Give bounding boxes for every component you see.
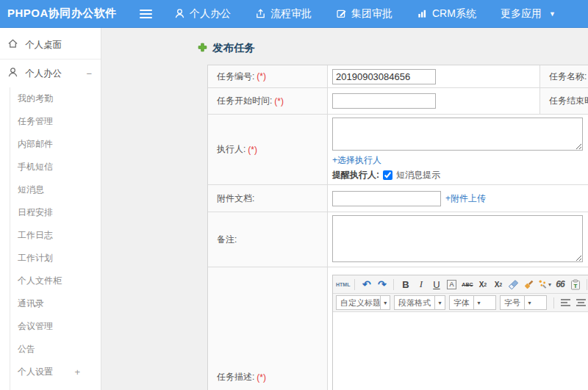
nav-label: 个人办公 [190,7,231,21]
underline-button[interactable]: U [429,277,443,292]
main-content: 发布任务 任务编号:(*) 任务名称:(*) [101,28,588,390]
description-label: 任务描述:(*) [208,267,328,390]
menu-toggle-icon[interactable] [140,10,152,18]
sidebar-item-work-log[interactable]: 工作日志 [10,224,101,247]
sidebar-item-announcement[interactable]: 公告 [10,338,101,361]
sidebar-item-contacts[interactable]: 通讯录 [10,292,101,315]
sidebar-item-meeting[interactable]: 会议管理 [10,315,101,338]
caret-down-icon: ▼ [549,10,556,18]
nav-label: 集团审批 [351,7,392,21]
html-source-button[interactable]: HTML [336,277,350,292]
executor-textarea[interactable] [332,118,583,151]
nav-label: CRM系统 [432,7,476,21]
remind-executor-label: 提醒执行人: [332,169,379,181]
executor-label: 执行人:(*) [208,115,328,184]
sidebar-item-label: 个人办公 [25,68,62,80]
auto-typeset-button[interactable]: ▾ [537,277,551,292]
paste-text-button[interactable]: T [568,277,582,292]
attachment-label: 附件文档: [208,185,328,212]
sidebar-item-attendance[interactable]: 我的考勤 [10,87,101,110]
remark-textarea[interactable] [332,215,583,262]
nav-group-approval[interactable]: 集团审批 [336,7,392,21]
superscript-button[interactable]: X2 [476,277,490,292]
sidebar-item-personal-office[interactable]: 个人办公 − [0,61,101,86]
align-center-icon [576,298,587,308]
remark-label: 备注: [208,212,328,267]
caret-down-icon: ▾ [473,296,484,309]
row-remark: 备注: [208,212,588,267]
page-title: 发布任务 [198,41,588,55]
redo-button[interactable]: ↷ [375,277,389,292]
sidebar-item-notice[interactable]: 通知 [10,383,101,390]
clipboard-icon: T [570,279,581,290]
nav-flow-approval[interactable]: 流程审批 [255,7,312,21]
align-left-button[interactable] [559,295,573,310]
sidebar-item-work-plan[interactable]: 工作计划 [10,247,101,270]
caret-down-icon: ▾ [524,296,534,309]
nav-crm-system[interactable]: CRM系统 [417,7,476,21]
sms-remind-checkbox[interactable] [383,170,392,180]
editor-toolbar-1: HTML ↶ ↷ B I U A ABC X2 [333,275,588,294]
undo-button[interactable]: ↶ [359,277,373,292]
flow-approval-icon [255,8,266,19]
sidebar-item-file-cabinet[interactable]: 个人文件柜 [10,270,101,292]
row-description: 任务描述:(*) HTML ↶ ↷ B I [208,267,588,390]
paragraph-format-dropdown[interactable]: 段落格式 ▾ [394,295,445,310]
subscript-button[interactable]: X2 [491,277,505,292]
sidebar-item-sms[interactable]: 手机短信 [10,156,101,178]
start-time-input[interactable] [332,93,436,109]
sidebar-item-schedule[interactable]: 日程安排 [10,201,101,224]
align-center-button[interactable] [574,295,588,310]
end-time-label: 任务结束时间:(*) [540,88,588,114]
editor-content-area[interactable] [333,312,588,390]
bold-button[interactable]: B [398,277,412,292]
brush-icon [523,279,534,290]
nav-personal-office[interactable]: 个人办公 [174,7,231,21]
row-executor: 执行人:(*) +选择执行人 提醒执行人: 短消息提示 [208,114,588,184]
sidebar-item-label: 个人桌面 [25,39,62,51]
sms-remind-label: 短消息提示 [396,169,440,181]
eraser-button[interactable] [506,277,520,292]
expand-icon[interactable]: + [74,366,89,378]
row-task-time: 任务开始时间:(*) 任务结束时间:(*) [208,87,588,114]
sidebar-item-internal-mail[interactable]: 内部邮件 [10,133,101,156]
home-icon [7,38,18,51]
nav-label: 流程审批 [270,7,312,21]
attachment-upload-link[interactable]: +附件上传 [445,192,486,205]
align-left-icon [560,298,571,308]
task-name-label: 任务名称:(*) [540,65,588,87]
attachment-input[interactable] [332,191,441,206]
italic-button[interactable]: I [414,277,428,292]
crm-chart-icon [417,8,428,19]
blockquote-button[interactable]: 66 [553,277,567,292]
nav-more-apps[interactable]: 更多应用 ▼ [501,7,556,21]
sidebar: 个人桌面 个人办公 − 我的考勤 任务管理 内部邮件 手机短信 短消息 日程安排… [0,28,101,390]
caret-down-icon: ▾ [380,296,390,309]
font-background-button[interactable]: A [445,277,459,292]
task-no-label: 任务编号:(*) [208,65,328,87]
app-logo[interactable]: PHPOA协同办公软件 [0,7,131,21]
collapse-icon[interactable]: − [86,68,92,79]
custom-title-dropdown[interactable]: 自定义标题 ▾ [336,295,390,310]
user-icon [174,8,185,19]
eraser-icon [508,279,519,290]
sidebar-item-short-message[interactable]: 短消息 [10,178,101,201]
caret-down-icon: ▾ [548,281,551,288]
phpoa-window: PHPOA协同办公软件 个人办公 流程审批 集团审批 [0,0,588,390]
select-executor-link[interactable]: +选择执行人 [332,155,381,165]
font-family-dropdown[interactable]: 字体 ▾ [449,295,496,310]
sidebar-submenu: 我的考勤 任务管理 内部邮件 手机短信 短消息 日程安排 工作日志 工作计划 个… [10,87,101,390]
publish-task-form: 任务编号:(*) 任务名称:(*) 任务开始时间:(*) [207,65,588,390]
font-size-dropdown[interactable]: 字号 ▾ [500,295,547,310]
task-no-input[interactable] [332,69,436,84]
richtext-editor: HTML ↶ ↷ B I U A ABC X2 [332,275,588,390]
divider [0,59,101,59]
strikethrough-button[interactable]: ABC [460,277,474,292]
topbar: PHPOA协同办公软件 个人办公 流程审批 集团审批 [0,0,588,28]
sidebar-item-task-manage[interactable]: 任务管理 [10,110,101,133]
sidebar-item-personal-settings[interactable]: 个人设置 + [10,361,101,383]
format-brush-button[interactable] [522,277,536,292]
sidebar-item-desktop[interactable]: 个人桌面 [0,32,101,57]
user-icon [7,67,18,80]
group-approval-icon [336,8,347,19]
